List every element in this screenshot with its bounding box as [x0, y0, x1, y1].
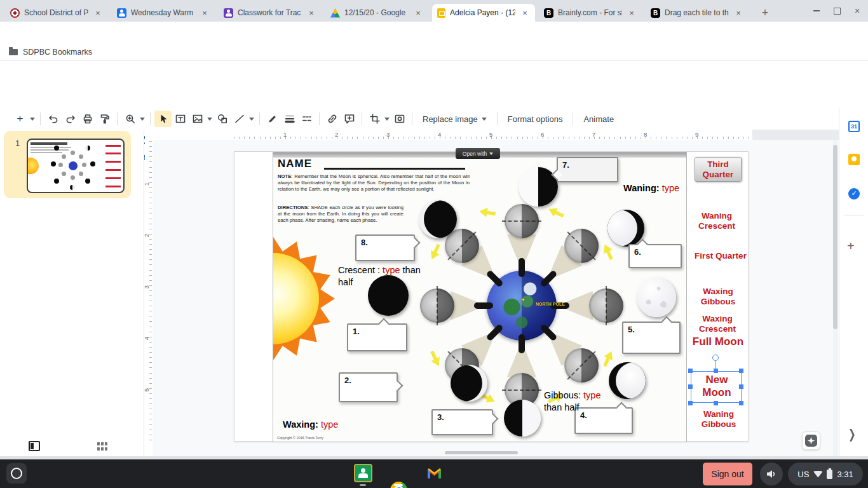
redo-icon[interactable]	[62, 111, 79, 127]
tab-close-icon[interactable]: ×	[627, 8, 637, 18]
selection-handle-ne[interactable]	[739, 369, 743, 373]
waxing-text-box[interactable]: Waxing: type	[283, 419, 338, 431]
explore-button[interactable]	[802, 431, 820, 450]
select-tool-icon[interactable]	[154, 111, 172, 127]
get-addons-icon[interactable]: +	[847, 239, 855, 254]
insert-image-icon[interactable]	[189, 111, 206, 127]
selection-handle-s[interactable]	[714, 401, 718, 405]
tasks-icon[interactable]: ✓	[848, 188, 860, 200]
volume-icon[interactable]	[760, 463, 783, 485]
new-slide-dropdown[interactable]	[29, 118, 36, 121]
selection-handle-w[interactable]	[688, 384, 693, 389]
answer-box-8[interactable]: 8.	[355, 234, 415, 261]
tab-close-icon[interactable]: ×	[200, 8, 210, 18]
slide-editing-area[interactable]: NAME NOTE: Remember that the Moon is sph…	[234, 151, 749, 442]
shelf-gmail-icon[interactable]	[426, 464, 443, 482]
rotation-handle[interactable]	[712, 355, 719, 361]
zoom-icon[interactable]	[121, 111, 139, 127]
launcher-button[interactable]	[6, 463, 27, 484]
selection-handle-sw[interactable]	[688, 401, 693, 405]
gibbous-text-box[interactable]: Gibbous: type than half	[544, 390, 611, 414]
answer-box-1[interactable]: 1.	[347, 323, 407, 351]
tab-close-icon[interactable]: ×	[306, 8, 316, 18]
animate-button[interactable]: Animate	[577, 114, 620, 124]
replace-image-button[interactable]: Replace image	[416, 114, 493, 124]
horizontal-scrollbar[interactable]	[445, 451, 518, 454]
crop-dropdown[interactable]	[383, 118, 391, 121]
collapse-panel-icon[interactable]: ❯	[848, 427, 856, 441]
line-tool-icon[interactable]	[231, 111, 248, 127]
tab-wednesday-warm[interactable]: Wednesday Warm ×	[112, 4, 215, 22]
tile-waning-gibbous[interactable]: Waning Gibbous	[689, 409, 748, 429]
tile-full-moon[interactable]: Full Moon	[692, 336, 744, 348]
vertical-ruler[interactable]: 1 2 3 4 5	[145, 140, 153, 456]
print-icon[interactable]	[79, 111, 96, 127]
zoom-dropdown[interactable]	[139, 118, 146, 121]
answer-box-7[interactable]: 7.	[557, 157, 618, 182]
new-tab-button[interactable]: +	[757, 5, 773, 20]
horizontal-ruler[interactable]: 1 2 3 4 5 6 7 8 9	[145, 130, 839, 140]
paint-format-icon[interactable]	[96, 111, 113, 127]
clock: 3:31	[837, 470, 853, 479]
thumb-red-label	[105, 186, 121, 187]
format-options-button[interactable]: Format options	[501, 114, 569, 124]
window-close-icon[interactable]: ×	[849, 3, 865, 19]
tab-close-icon[interactable]: ×	[93, 8, 103, 18]
slide-thumbnail-row-selected[interactable]: 1	[4, 131, 131, 198]
tab-school-district[interactable]: School District of P ×	[5, 4, 108, 22]
insert-link-icon[interactable]	[323, 111, 341, 127]
tab-close-icon[interactable]: ×	[733, 8, 743, 18]
answer-box-3[interactable]: 3.	[431, 409, 493, 435]
waning-text-box[interactable]: Waning: type	[623, 182, 679, 194]
tab-brainly-1[interactable]: Brainly.com - For st ×	[539, 4, 642, 22]
browser-tab-strip: School District of P × Wednesday Warm × …	[0, 0, 868, 22]
image-dropdown[interactable]	[206, 118, 214, 121]
selection-rectangle[interactable]	[691, 371, 742, 403]
thumb-moon	[71, 151, 75, 155]
add-comment-icon[interactable]	[341, 111, 358, 127]
selection-handle-n[interactable]	[714, 369, 718, 373]
slide-thumbnail[interactable]	[27, 139, 125, 193]
tab-slides-active[interactable]: Adelcia Payen - (12 ×	[432, 4, 535, 22]
bookmarks-folder-label[interactable]: SDPBC Bookmarks	[23, 48, 92, 57]
minimize-icon[interactable]	[808, 3, 825, 19]
tile-first-quarter[interactable]: First Quarter	[695, 251, 747, 261]
tab-close-icon[interactable]: ×	[520, 8, 530, 18]
tab-close-icon[interactable]: ×	[413, 8, 423, 18]
tab-classwork[interactable]: Classwork for Trac ×	[219, 4, 322, 22]
selection-handle-se[interactable]	[739, 401, 743, 405]
shape-icon[interactable]	[214, 111, 231, 127]
answer-box-6[interactable]: 6.	[628, 244, 682, 268]
line-dropdown[interactable]	[248, 118, 255, 121]
new-slide-button[interactable]: +	[11, 111, 29, 127]
mask-image-icon[interactable]	[391, 111, 408, 127]
answer-box-5[interactable]: 5.	[622, 322, 681, 354]
selection-handle-nw[interactable]	[688, 369, 693, 373]
tab-brainly-2[interactable]: Drag each tile to th ×	[646, 4, 749, 22]
selection-handle-e[interactable]	[739, 384, 743, 389]
tile-waxing-gibbous[interactable]: Waxing Gibbous	[689, 287, 747, 306]
border-color-icon[interactable]	[264, 111, 281, 127]
slide-canvas[interactable]: NAME NOTE: Remember that the Moon is sph…	[153, 140, 839, 456]
maximize-icon[interactable]	[829, 3, 845, 19]
filmstrip-view-toggle[interactable]	[29, 441, 40, 451]
shelf-classroom-icon[interactable]	[355, 464, 372, 482]
answer-box-2[interactable]: 2.	[339, 372, 398, 402]
vertical-scrollbar[interactable]	[833, 145, 837, 329]
undo-icon[interactable]	[44, 111, 62, 127]
border-dash-icon[interactable]	[298, 111, 315, 127]
calendar-icon[interactable]: 31	[848, 121, 860, 132]
tile-third-quarter[interactable]: Third Quarter	[695, 157, 742, 182]
grid-view-toggle[interactable]	[97, 442, 107, 451]
border-weight-icon[interactable]	[281, 111, 298, 127]
crescent-text-box[interactable]: Crescent : type than half	[338, 264, 424, 288]
crop-icon[interactable]	[366, 111, 383, 127]
sign-out-button[interactable]: Sign out	[703, 463, 752, 485]
status-tray[interactable]: US 3:31	[788, 463, 863, 485]
keep-icon[interactable]	[848, 154, 860, 165]
tile-waning-crescent[interactable]: Waning Crescent	[687, 211, 747, 231]
text-box-icon[interactable]	[172, 111, 189, 127]
address-bar: ← → ↻ docs.google.com/presentation/d/1o2…	[0, 22, 868, 43]
tab-drive[interactable]: 12/15/20 - Google ×	[325, 4, 428, 22]
tile-waxing-crescent[interactable]: Waxing Crescent	[688, 314, 747, 334]
